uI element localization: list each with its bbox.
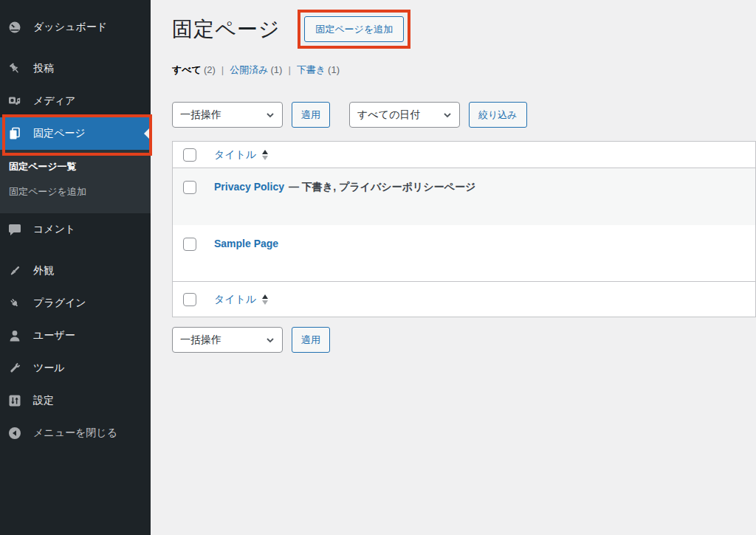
select-all-checkbox[interactable]: [183, 293, 196, 306]
sidebar-item-label: メディア: [33, 94, 75, 108]
date-filter-select[interactable]: すべての日付: [349, 102, 460, 128]
settings-sliders-icon: [7, 393, 22, 408]
row-title-cell: Sample Page: [214, 237, 283, 250]
bottom-toolbar: 一括操作 適用: [172, 327, 756, 353]
filter-separator: |: [221, 64, 224, 75]
sidebar-item-comments[interactable]: コメント: [0, 213, 151, 246]
dashboard-icon: [7, 20, 22, 35]
sidebar-item-label: 投稿: [33, 62, 54, 75]
table-footer-row: タイトル: [173, 281, 755, 317]
sidebar-item-label: 固定ページ: [33, 127, 86, 140]
menu-separator: [0, 44, 151, 52]
sidebar-item-posts[interactable]: 投稿: [0, 52, 151, 85]
page-title: 固定ページ: [172, 15, 280, 44]
bulk-action-value: 一括操作: [180, 334, 221, 347]
submenu-item-add-page[interactable]: 固定ページを追加: [0, 179, 151, 204]
pages-table: タイトル Privacy Policy— 下書き, プライバシーポリシーページ …: [172, 141, 756, 317]
bulk-action-select[interactable]: 一括操作: [172, 327, 283, 353]
comment-icon: [7, 222, 22, 237]
page-title-link[interactable]: Privacy Policy: [214, 181, 284, 193]
table-row: Privacy Policy— 下書き, プライバシーポリシーページ: [173, 168, 755, 225]
sidebar-item-plugins[interactable]: プラグイン: [0, 287, 151, 320]
page-header: 固定ページ 固定ページを追加: [172, 10, 756, 49]
select-row-checkbox[interactable]: [183, 181, 196, 194]
user-icon: [7, 328, 22, 343]
page-title-link[interactable]: Sample Page: [214, 238, 278, 249]
select-all-checkbox[interactable]: [183, 148, 196, 162]
date-filter-value: すべての日付: [357, 108, 420, 122]
annotation-highlight-add-page-button: 固定ページを追加: [298, 10, 410, 49]
sort-arrows-icon: [262, 294, 268, 305]
sidebar-item-label: ダッシュボード: [33, 21, 107, 34]
pushpin-icon: [7, 61, 22, 76]
filter-all-link[interactable]: すべて(2): [172, 63, 216, 77]
post-state-label: — 下書き, プライバシーポリシーページ: [289, 181, 475, 193]
sidebar-item-media[interactable]: メディア: [0, 85, 151, 117]
status-filter-links: すべて(2) | 公開済み(1) | 下書き(1): [172, 63, 756, 77]
filter-published-link[interactable]: 公開済み(1): [230, 63, 282, 77]
select-row-checkbox[interactable]: [183, 238, 196, 251]
submenu-item-label: 固定ページ一覧: [9, 161, 77, 172]
sidebar-item-tools[interactable]: ツール: [0, 352, 151, 384]
chevron-down-icon: [266, 111, 275, 120]
submenu-item-label: 固定ページを追加: [9, 186, 86, 197]
sidebar-item-pages[interactable]: 固定ページ: [0, 117, 151, 150]
sidebar-item-label: ユーザー: [33, 329, 75, 342]
chevron-down-icon: [443, 111, 452, 120]
menu-separator: [0, 246, 151, 255]
sidebar-item-users[interactable]: ユーザー: [0, 320, 151, 352]
bulk-action-select[interactable]: 一括操作: [172, 102, 283, 128]
title-column-sort-link[interactable]: タイトル: [214, 293, 268, 306]
apply-button[interactable]: 適用: [292, 102, 330, 128]
title-column-sort-link[interactable]: タイトル: [214, 148, 268, 162]
sidebar-item-label: 外観: [33, 264, 54, 277]
sidebar-item-collapse-menu[interactable]: メニューを閉じる: [0, 417, 151, 449]
sidebar-item-settings[interactable]: 設定: [0, 384, 151, 417]
filter-separator: |: [288, 64, 290, 75]
filter-draft-link[interactable]: 下書き(1): [297, 63, 340, 77]
sort-arrows-icon: [262, 150, 268, 160]
paintbrush-icon: [7, 263, 22, 278]
current-menu-arrow-icon: [144, 127, 151, 140]
pages-list-screen: 固定ページ 固定ページを追加 すべて(2) | 公開済み(1) | 下書き(1)…: [151, 0, 756, 535]
row-title-cell: Privacy Policy— 下書き, プライバシーポリシーページ: [214, 180, 475, 193]
sidebar-item-dashboard[interactable]: ダッシュボード: [0, 11, 151, 44]
chevron-down-icon: [266, 336, 275, 345]
add-page-button[interactable]: 固定ページを追加: [304, 16, 404, 42]
pages-submenu: 固定ページ一覧 固定ページを追加: [0, 150, 151, 213]
collapse-arrow-icon: [7, 426, 22, 441]
sidebar-item-label: プラグイン: [33, 297, 86, 310]
plug-icon: [7, 296, 22, 311]
apply-button[interactable]: 適用: [292, 327, 330, 353]
pages-icon: [7, 126, 22, 141]
sidebar-item-label: メニューを閉じる: [33, 427, 117, 440]
sidebar-item-label: コメント: [33, 223, 75, 236]
table-header-row: タイトル: [173, 142, 755, 168]
sidebar-item-label: ツール: [33, 362, 65, 375]
sidebar-item-appearance[interactable]: 外観: [0, 255, 151, 287]
media-icon: [7, 94, 22, 108]
sidebar-item-label: 設定: [33, 394, 54, 407]
bulk-action-value: 一括操作: [180, 108, 221, 122]
table-row: Sample Page: [173, 225, 755, 281]
wrench-icon: [7, 361, 22, 376]
admin-sidebar: ダッシュボード 投稿 メディア 固定ページ 固定ページ一覧 固定ページを追加 コ: [0, 0, 151, 535]
top-toolbar: 一括操作 適用 すべての日付 絞り込み: [172, 102, 756, 128]
filter-button[interactable]: 絞り込み: [469, 102, 527, 128]
submenu-item-pages-list[interactable]: 固定ページ一覧: [0, 154, 151, 179]
